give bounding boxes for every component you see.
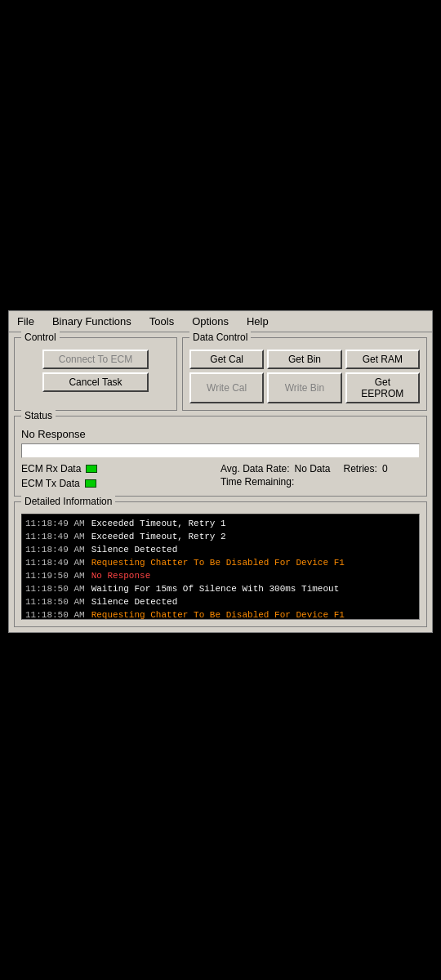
log-time: 11:18:49 AM (25, 543, 85, 556)
retries-label: Retries: (344, 463, 377, 474)
menu-binary-functions[interactable]: Binary Functions (47, 314, 136, 329)
get-cal-button[interactable]: Get Cal (189, 350, 264, 369)
ecm-tx-label: ECM Tx Data (21, 478, 80, 489)
top-row: Control Connect To ECM Cancel Task Data … (14, 337, 427, 411)
status-data-col: Avg. Data Rate: No Data Retries: 0 Time … (220, 463, 420, 489)
log-line: 11:18:50 AMRequesting Chatter To Be Disa… (25, 608, 416, 620)
status-text: No Response (21, 428, 420, 440)
log-message: Requesting Chatter To Be Disabled For De… (91, 556, 345, 569)
get-eeprom-button[interactable]: Get EEPROM (345, 372, 420, 403)
write-cal-button[interactable]: Write Cal (189, 372, 264, 403)
control-group: Control Connect To ECM Cancel Task (14, 337, 177, 411)
get-ram-button[interactable]: Get RAM (345, 350, 420, 369)
ecm-tx-indicator: ECM Tx Data (21, 478, 220, 489)
app-window: File Binary Functions Tools Options Help… (8, 310, 433, 633)
log-line: 11:18:49 AMExceeded Timeout, Retry 2 (25, 530, 416, 543)
log-message: Requesting Chatter To Be Disabled For De… (91, 608, 345, 620)
log-time: 11:18:50 AM (25, 582, 85, 595)
log-time: 11:19:50 AM (25, 569, 85, 582)
status-group: Status No Response ECM Rx Data ECM Tx Da… (14, 416, 427, 497)
log-message: Silence Detected (91, 595, 178, 608)
data-control-group: Data Control Get Cal Get Bin Get RAM Wri… (182, 337, 427, 411)
write-bin-button[interactable]: Write Bin (267, 372, 341, 403)
data-control-grid: Get Cal Get Bin Get RAM Write Cal Write … (189, 350, 420, 403)
control-group-label: Control (21, 332, 60, 343)
log-message: No Response (91, 569, 151, 582)
log-message: Silence Detected (91, 543, 178, 556)
time-remaining-label: Time Remaining: (220, 476, 294, 488)
detail-log[interactable]: 11:18:49 AMExceeded Timeout, Retry 111:1… (21, 514, 420, 620)
ecm-rx-indicator: ECM Rx Data (21, 463, 220, 474)
menu-tools[interactable]: Tools (145, 314, 179, 329)
cancel-task-button[interactable]: Cancel Task (42, 372, 149, 392)
log-time: 11:18:50 AM (25, 608, 85, 620)
avg-data-label: Avg. Data Rate: (220, 463, 290, 474)
log-time: 11:18:49 AM (25, 530, 85, 543)
data-control-group-label: Data Control (189, 332, 251, 343)
menu-file[interactable]: File (12, 314, 39, 329)
log-line: 11:18:49 AMExceeded Timeout, Retry 1 (25, 517, 416, 530)
main-content: Control Connect To ECM Cancel Task Data … (9, 332, 432, 632)
status-group-label: Status (21, 410, 56, 421)
log-line: 11:18:49 AMRequesting Chatter To Be Disa… (25, 556, 416, 569)
avg-data-value: No Data (295, 463, 331, 474)
get-bin-button[interactable]: Get Bin (267, 350, 341, 369)
menu-bar: File Binary Functions Tools Options Help (9, 311, 432, 332)
retries-value: 0 (382, 463, 388, 474)
status-progress-bar (21, 443, 420, 458)
ecm-rx-led (86, 465, 97, 473)
detailed-info-group: Detailed Information 11:18:49 AMExceeded… (14, 501, 427, 627)
log-line: 11:19:50 AMNo Response (25, 569, 416, 582)
status-indicators: ECM Rx Data ECM Tx Data Avg. Data Rate: … (21, 463, 420, 489)
menu-help[interactable]: Help (242, 314, 274, 329)
control-buttons: Connect To ECM Cancel Task (21, 350, 170, 392)
log-time: 11:18:49 AM (25, 556, 85, 569)
time-remaining-row: Time Remaining: (220, 476, 420, 488)
log-line: 11:18:50 AMWaiting For 15ms Of Silence W… (25, 582, 416, 595)
log-message: Exceeded Timeout, Retry 1 (91, 517, 226, 530)
log-time: 11:18:50 AM (25, 595, 85, 608)
log-time: 11:18:49 AM (25, 517, 85, 530)
log-message: Waiting For 15ms Of Silence With 300ms T… (91, 582, 340, 595)
ecm-tx-led (85, 479, 96, 488)
detailed-info-label: Detailed Information (21, 496, 115, 507)
log-line: 11:18:50 AMSilence Detected (25, 595, 416, 608)
connect-ecm-button[interactable]: Connect To ECM (42, 350, 149, 369)
log-message: Exceeded Timeout, Retry 2 (91, 530, 226, 543)
menu-options[interactable]: Options (187, 314, 234, 329)
log-line: 11:18:49 AMSilence Detected (25, 543, 416, 556)
ecm-rx-label: ECM Rx Data (21, 463, 81, 474)
avg-data-row: Avg. Data Rate: No Data Retries: 0 (220, 463, 420, 474)
